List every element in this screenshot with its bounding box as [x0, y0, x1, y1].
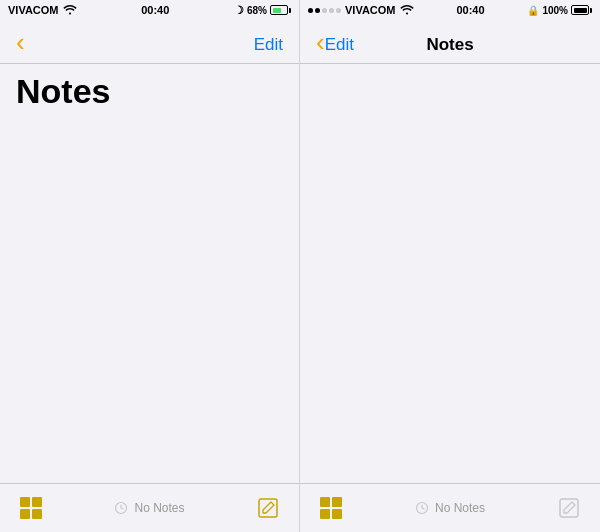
right-grid-cell-2 [332, 497, 342, 507]
left-battery-icon [270, 5, 291, 15]
left-status-left: VIVACOM [8, 4, 77, 17]
left-battery-fill [273, 8, 282, 13]
right-nav-title: Notes [426, 35, 473, 55]
right-wifi-icon [400, 4, 414, 17]
right-status-bar: VIVACOM 00:40 🔒 100% [300, 0, 600, 20]
right-dot-3 [322, 8, 327, 13]
left-large-title-area: Notes [0, 64, 299, 115]
left-edit-button[interactable]: Edit [254, 35, 283, 55]
right-battery-percent: 100% [542, 5, 568, 16]
right-dot-5 [336, 8, 341, 13]
left-status-bar: VIVACOM 00:40 ☽ 68% [0, 0, 299, 20]
left-toolbar: No Notes [0, 483, 299, 532]
left-battery-body [270, 5, 288, 15]
right-status-right: 🔒 100% [527, 5, 592, 16]
left-large-title: Notes [16, 72, 283, 111]
right-status-left: VIVACOM [308, 4, 414, 17]
right-lock-icon: 🔒 [527, 5, 539, 16]
left-moon-icon: ☽ [234, 4, 244, 17]
right-battery-tip [590, 8, 592, 13]
right-toolbar: No Notes [300, 483, 600, 532]
right-grid-cell-1 [320, 497, 330, 507]
left-folders-icon[interactable] [20, 497, 42, 519]
right-content [300, 64, 600, 483]
left-content [0, 115, 299, 483]
right-battery-fill [574, 8, 587, 13]
right-phone-screen: VIVACOM 00:40 🔒 100% ‹ Notes [300, 0, 600, 532]
right-battery-icon [571, 5, 592, 15]
left-no-notes-label: No Notes [134, 501, 184, 515]
left-phone-screen: VIVACOM 00:40 ☽ 68% ‹ Edit [0, 0, 300, 532]
left-grid-cell-4 [32, 509, 42, 519]
right-compose-button[interactable] [558, 497, 580, 519]
right-battery-body [571, 5, 589, 15]
left-grid-cell-3 [20, 509, 30, 519]
svg-rect-3 [560, 499, 578, 517]
left-back-button[interactable]: ‹ [16, 29, 25, 55]
right-grid-cell-4 [332, 509, 342, 519]
left-wifi-icon [63, 4, 77, 17]
left-grid-cell-1 [20, 497, 30, 507]
right-carrier: VIVACOM [345, 4, 396, 16]
left-sync-icon [114, 501, 128, 515]
left-carrier: VIVACOM [8, 4, 59, 16]
right-sync-icon [415, 501, 429, 515]
right-dot-4 [329, 8, 334, 13]
right-signal-dots [308, 8, 341, 13]
left-battery-tip [289, 8, 291, 13]
svg-rect-1 [259, 499, 277, 517]
left-time: 00:40 [141, 4, 169, 16]
right-edit-button[interactable]: Edit [325, 35, 354, 55]
right-nav-bar: ‹ Notes Edit [300, 20, 600, 64]
left-nav-bar: ‹ Edit [0, 20, 299, 64]
right-grid-cell-3 [320, 509, 330, 519]
left-grid-cell-2 [32, 497, 42, 507]
right-back-button[interactable]: ‹ [316, 29, 325, 55]
right-no-notes-label: No Notes [435, 501, 485, 515]
left-no-notes-area: No Notes [114, 501, 184, 515]
right-dot-1 [308, 8, 313, 13]
left-status-right: ☽ 68% [234, 4, 291, 17]
left-battery-percent: 68% [247, 5, 267, 16]
right-dot-2 [315, 8, 320, 13]
right-folders-icon[interactable] [320, 497, 342, 519]
right-no-notes-area: No Notes [415, 501, 485, 515]
left-compose-button[interactable] [257, 497, 279, 519]
right-time: 00:40 [456, 4, 484, 16]
